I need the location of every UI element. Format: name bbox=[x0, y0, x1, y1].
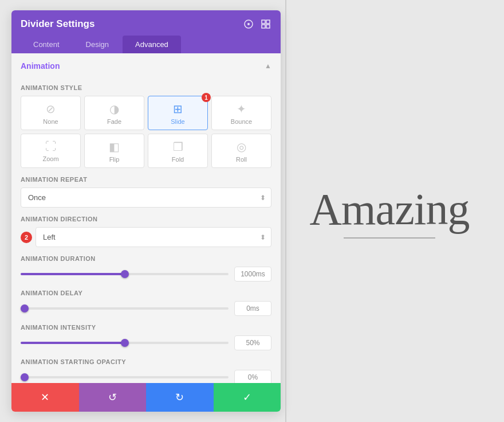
animation-repeat-select[interactable]: Once Loop Infinite bbox=[21, 187, 271, 208]
zoom-label: Zoom bbox=[42, 155, 58, 162]
page-wrapper: Divider Settings Content Desig bbox=[0, 0, 504, 422]
animation-style-label: Animation Style bbox=[21, 84, 271, 91]
animation-repeat-label: Animation Repeat bbox=[21, 176, 271, 183]
duration-thumb[interactable] bbox=[121, 270, 129, 278]
duration-fill bbox=[21, 273, 125, 275]
animation-intensity-row: 50% bbox=[21, 335, 271, 350]
panel-header: Divider Settings Content Desig bbox=[11, 10, 281, 53]
tab-bar: Content Design Advanced bbox=[21, 36, 271, 53]
slide-icon: ⊞ bbox=[173, 102, 183, 116]
preview-area: Amazing bbox=[292, 183, 487, 239]
style-btn-none[interactable]: ⊘ None bbox=[21, 96, 81, 130]
save-button[interactable]: ✓ bbox=[214, 383, 281, 412]
animation-direction-wrapper: 2 Left Right Top Bottom ⬍ bbox=[21, 227, 271, 247]
delay-track[interactable] bbox=[21, 307, 229, 310]
none-icon: ⊘ bbox=[46, 102, 56, 116]
delay-thumb[interactable] bbox=[21, 304, 29, 312]
intensity-thumb[interactable] bbox=[121, 339, 129, 347]
tab-advanced[interactable]: Advanced bbox=[123, 36, 181, 53]
none-label: None bbox=[43, 118, 58, 125]
flip-icon: ◧ bbox=[109, 140, 120, 154]
panel-footer: ✕ ↺ ↻ ✓ bbox=[11, 383, 281, 412]
preview-text: Amazing bbox=[292, 183, 487, 235]
cancel-button[interactable]: ✕ bbox=[11, 383, 79, 412]
tab-design[interactable]: Design bbox=[73, 36, 121, 53]
animation-duration-label: Animation Duration bbox=[21, 255, 271, 262]
roll-label: Roll bbox=[236, 156, 247, 163]
undo-icon: ↺ bbox=[108, 391, 117, 404]
intensity-fill bbox=[21, 342, 125, 344]
opacity-thumb[interactable] bbox=[21, 373, 29, 381]
fade-icon: ◑ bbox=[109, 102, 119, 116]
style-btn-fade[interactable]: ◑ Fade bbox=[84, 96, 144, 130]
preview-divider-line bbox=[344, 237, 435, 239]
animation-delay-label: Animation Delay bbox=[21, 290, 271, 296]
panel-body: Animation ▲ Animation Style ⊘ None ◑ Fad… bbox=[11, 53, 281, 383]
chevron-up-icon[interactable]: ▲ bbox=[265, 62, 271, 70]
opacity-track[interactable] bbox=[21, 376, 229, 378]
section-title: Animation bbox=[21, 61, 60, 71]
svg-point-1 bbox=[247, 23, 250, 25]
svg-rect-3 bbox=[266, 20, 270, 24]
animation-duration-row: 1000ms bbox=[21, 267, 271, 282]
animation-repeat-wrapper: Once Loop Infinite ⬍ bbox=[21, 187, 271, 208]
slide-label: Slide bbox=[171, 118, 184, 125]
animation-opacity-row: 0% bbox=[21, 370, 271, 383]
bounce-icon: ✦ bbox=[237, 102, 246, 116]
delay-value: 0ms bbox=[234, 301, 271, 316]
fade-label: Fade bbox=[107, 118, 121, 125]
animation-intensity-label: Animation Intensity bbox=[21, 324, 271, 331]
svg-rect-2 bbox=[262, 20, 265, 24]
opacity-value: 0% bbox=[234, 370, 271, 383]
animation-starting-opacity-label: Animation Starting Opacity bbox=[21, 358, 271, 365]
intensity-value: 50% bbox=[234, 335, 271, 350]
intensity-track[interactable] bbox=[21, 342, 229, 344]
title-row: Divider Settings bbox=[21, 18, 271, 30]
bounce-label: Bounce bbox=[231, 118, 252, 125]
style-btn-zoom[interactable]: ⛶ Zoom bbox=[21, 134, 81, 168]
style-btn-slide[interactable]: 1 ⊞ Slide bbox=[148, 96, 208, 130]
vertical-divider bbox=[285, 0, 286, 422]
animation-delay-row: 0ms bbox=[21, 301, 271, 316]
tab-content[interactable]: Content bbox=[21, 36, 72, 53]
redo-icon: ↻ bbox=[175, 391, 184, 404]
expand-icon[interactable] bbox=[260, 18, 271, 30]
svg-rect-5 bbox=[266, 25, 270, 28]
focus-icon[interactable] bbox=[243, 18, 254, 30]
style-btn-fold[interactable]: ❒ Fold bbox=[148, 134, 208, 168]
zoom-icon: ⛶ bbox=[45, 140, 57, 153]
settings-panel: Divider Settings Content Desig bbox=[11, 10, 281, 412]
svg-rect-4 bbox=[262, 25, 265, 28]
flip-label: Flip bbox=[109, 156, 120, 163]
duration-track[interactable] bbox=[21, 273, 229, 275]
redo-button[interactable]: ↻ bbox=[146, 383, 214, 412]
cancel-icon: ✕ bbox=[41, 391, 49, 404]
undo-button[interactable]: ↺ bbox=[79, 383, 147, 412]
fold-label: Fold bbox=[172, 156, 184, 163]
fold-icon: ❒ bbox=[173, 140, 183, 154]
direction-badge: 2 bbox=[21, 232, 32, 243]
animation-direction-label: Animation Direction bbox=[21, 216, 271, 222]
animation-style-grid: ⊘ None ◑ Fade 1 ⊞ Slide ✦ Bounce bbox=[21, 96, 271, 168]
style-btn-bounce[interactable]: ✦ Bounce bbox=[211, 96, 271, 130]
header-icons bbox=[243, 18, 271, 30]
style-btn-flip[interactable]: ◧ Flip bbox=[84, 134, 144, 168]
save-icon: ✓ bbox=[243, 391, 251, 404]
style-btn-roll[interactable]: ◎ Roll bbox=[211, 134, 271, 168]
duration-value: 1000ms bbox=[234, 267, 271, 282]
animation-direction-select[interactable]: Left Right Top Bottom bbox=[36, 227, 271, 247]
roll-icon: ◎ bbox=[237, 140, 246, 154]
direction-select-container: Left Right Top Bottom ⬍ bbox=[36, 227, 271, 247]
slide-badge: 1 bbox=[202, 93, 211, 102]
animation-section-header: Animation ▲ bbox=[21, 53, 271, 76]
panel-title: Divider Settings bbox=[21, 18, 94, 30]
